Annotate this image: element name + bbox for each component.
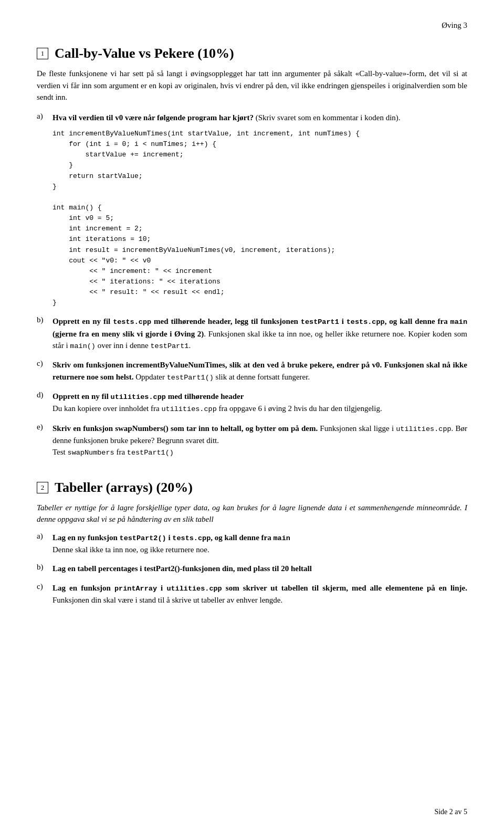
section1-item-d: d) Opprett en ny fil utilities.cpp med t… [37, 391, 467, 415]
label-e: e) [37, 423, 52, 431]
s2-content-b: Lag en tabell percentages i testPart2()-… [52, 563, 467, 575]
section2-item-b: b) Lag en tabell percentages i testPart2… [37, 563, 467, 575]
label-b: b) [37, 315, 52, 324]
section2-heading: Tabeller (arrays) (20%) [55, 480, 193, 496]
footer-text: Side 2 av 5 [434, 808, 467, 816]
section1-title: 1 Call-by-Value vs Pekere (10%) [37, 46, 467, 61]
s2-content-c: Lag en funksjon printArray i utilities.c… [52, 582, 467, 606]
page-header: Øving 3 [37, 21, 467, 30]
label-d: d) [37, 391, 52, 399]
section1-heading: Call-by-Value vs Pekere (10%) [55, 46, 234, 61]
page: Øving 3 1 Call-by-Value vs Pekere (10%) … [0, 0, 504, 832]
content-a: Hva vil verdien til v0 være når følgende… [52, 112, 467, 124]
section2-intro: Tabeller er nyttige for å lagre forskjel… [37, 502, 467, 525]
content-b: Opprett en ny fil tests.cpp med tilhøren… [52, 315, 467, 352]
header-title: Øving 3 [442, 21, 467, 29]
section1-item-b: b) Opprett en ny fil tests.cpp med tilhø… [37, 315, 467, 352]
content-d: Opprett en ny fil utilities.cpp med tilh… [52, 391, 467, 415]
section2-item-c: c) Lag en funksjon printArray i utilitie… [37, 582, 467, 606]
content-e: Skriv en funksjon swapNumbers() som tar … [52, 423, 467, 459]
s2-label-a: a) [37, 532, 52, 541]
label-c: c) [37, 359, 52, 368]
section1-item-a: a) Hva vil verdien til v0 være når følge… [37, 112, 467, 309]
content-c: Skriv om funksjonen incrementByValueNumT… [52, 359, 467, 383]
section2-number: 2 [37, 482, 48, 493]
section1-item-c: c) Skriv om funksjonen incrementByValueN… [37, 359, 467, 383]
section1-intro: De fleste funksjonene vi har sett på så … [37, 68, 467, 103]
page-footer: Side 2 av 5 [434, 808, 467, 816]
section1-item-e: e) Skriv en funksjon swapNumbers() som t… [37, 423, 467, 459]
section2-container: 2 Tabeller (arrays) (20%) Tabeller er ny… [37, 480, 467, 606]
a-bold: Hva vil verdien til v0 være når følgende… [52, 113, 254, 122]
a-normal: (Skriv svaret som en kommentar i koden d… [256, 113, 401, 122]
s2-content-a: Lag en ny funksjon testPart2() i tests.c… [52, 532, 467, 556]
section2-item-a: a) Lag en ny funksjon testPart2() i test… [37, 532, 467, 556]
label-a: a) [37, 112, 52, 121]
s2-label-b: b) [37, 563, 52, 572]
s2-label-c: c) [37, 582, 52, 591]
section2-title: 2 Tabeller (arrays) (20%) [37, 480, 467, 496]
code-block-a: int incrementByValueNumTimes(int startVa… [52, 129, 467, 308]
section1-number: 1 [37, 48, 48, 59]
